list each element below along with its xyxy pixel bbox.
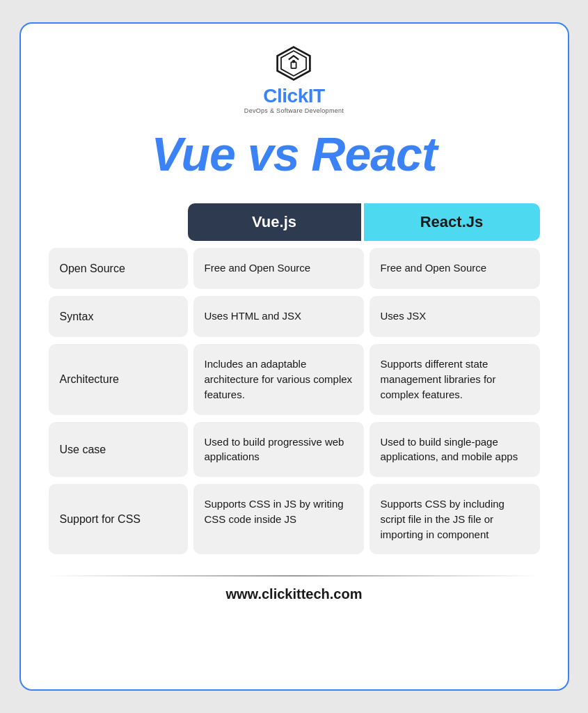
header-empty-cell <box>49 203 188 241</box>
react-support-css: Supports CSS by including script file in… <box>370 484 540 554</box>
footer-url: www.clickittech.com <box>226 586 363 602</box>
react-use-case: Used to build single-page applications, … <box>370 422 540 478</box>
logo-area: ClickIT DevOps & Software Development <box>244 45 344 114</box>
react-architecture: Supports different state management libr… <box>370 344 540 414</box>
logo-subtitle: DevOps & Software Development <box>244 107 344 114</box>
table-header: Vue.js React.Js <box>49 203 540 241</box>
label-architecture: Architecture <box>49 344 188 414</box>
vue-open-source: Free and Open Source <box>193 248 364 289</box>
header-react: React.Js <box>364 203 540 241</box>
svg-marker-0 <box>278 47 310 80</box>
svg-marker-1 <box>281 51 306 76</box>
footer-divider <box>49 575 540 577</box>
table-row: Open Source Free and Open Source Free an… <box>49 248 540 289</box>
comparison-table: Vue.js React.Js Open Source Free and Ope… <box>49 203 540 561</box>
label-open-source: Open Source <box>49 248 188 289</box>
clickit-logo-icon <box>275 45 312 82</box>
vue-support-css: Supports CSS in JS by writing CSS code i… <box>193 484 364 554</box>
table-row: Support for CSS Supports CSS in JS by wr… <box>49 484 540 554</box>
react-syntax: Uses JSX <box>370 296 540 337</box>
main-card: ClickIT DevOps & Software Development Vu… <box>19 22 569 691</box>
vue-use-case: Used to build progressive web applicatio… <box>193 422 364 478</box>
page-title: Vue vs React <box>151 127 436 181</box>
logo-brand: ClickIT <box>263 85 324 107</box>
svg-point-3 <box>292 60 296 63</box>
table-row: Use case Used to build progressive web a… <box>49 422 540 478</box>
react-open-source: Free and Open Source <box>370 248 540 289</box>
table-row: Syntax Uses HTML and JSX Uses JSX <box>49 296 540 337</box>
header-vue: Vue.js <box>188 203 361 241</box>
label-support-css: Support for CSS <box>49 484 188 554</box>
label-use-case: Use case <box>49 422 188 478</box>
vue-architecture: Includes an adaptable architecture for v… <box>193 344 364 414</box>
logo-text: ClickIT <box>263 85 324 107</box>
vue-syntax: Uses HTML and JSX <box>193 296 364 337</box>
label-syntax: Syntax <box>49 296 188 337</box>
table-row: Architecture Includes an adaptable archi… <box>49 344 540 414</box>
